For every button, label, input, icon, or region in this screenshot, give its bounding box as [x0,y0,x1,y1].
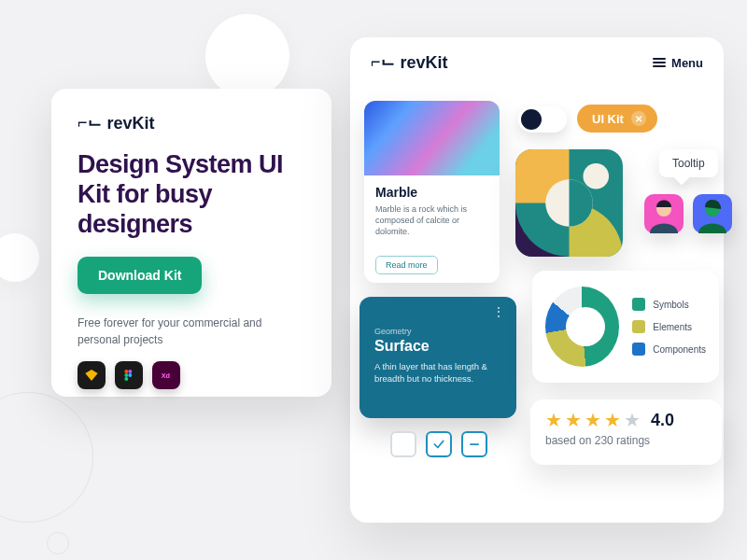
marble-title: Marble [375,185,488,200]
legend-item: Elements [632,320,706,333]
star-icon: ★ [545,409,562,431]
rating-stars: ★ ★ ★ ★ ★ 4.0 [545,409,707,431]
svg-point-4 [128,373,132,377]
legend-swatch [632,343,645,356]
sketch-icon [78,361,106,389]
marble-card: Marble Marble is a rock which is compose… [364,101,500,283]
more-icon[interactable]: ⋮ [492,304,507,319]
legend-label: Components [653,344,706,355]
star-icon: ★ [565,409,582,431]
hero-card: ⌐⌙ revKit Design System UI Kit for busy … [51,89,331,397]
checkbox-unchecked[interactable] [390,431,416,457]
checkbox-checked[interactable] [426,431,452,457]
panel-brand-logo: ⌐⌙ revKit [371,52,448,73]
close-icon[interactable]: ✕ [631,111,646,126]
tooltip-text: Tooltip [672,157,705,170]
rating-card: ★ ★ ★ ★ ★ 4.0 based on 230 ratings [530,399,722,465]
checkbox-indeterminate[interactable] [461,431,487,457]
hamburger-icon [653,58,666,67]
marble-desc: Marble is a rock which is composed of ca… [375,203,488,237]
hero-headline: Design System UI Kit for busy designers [78,150,305,240]
avatar [693,194,732,233]
figma-icon [115,361,143,389]
panel-brand-name: revKit [401,53,448,73]
svg-marker-0 [85,370,97,381]
adobe-xd-icon: Xd [152,361,180,389]
surface-title: Surface [374,338,501,355]
legend-label: Elements [653,322,692,332]
decor-ring [0,392,93,523]
decor-circle [0,233,39,282]
donut-chart [545,287,619,367]
star-icon: ★ [624,409,641,431]
star-icon: ★ [604,409,621,431]
tooltip: Tooltip [659,149,718,177]
svg-point-1 [124,370,128,373]
tool-icon-row: Xd [78,361,305,389]
menu-label: Menu [671,56,703,70]
menu-button[interactable]: Menu [653,56,703,70]
decor-circle [205,14,289,98]
toggle-knob [521,109,542,130]
toggle-switch[interactable] [518,106,567,133]
svg-point-2 [128,370,132,373]
marble-image [364,101,500,175]
legend-label: Symbols [653,300,688,310]
legend-swatch [632,298,645,311]
donut-legend: Symbols Elements Components [632,298,706,356]
star-icon: ★ [585,409,601,431]
checkbox-row [390,431,487,457]
rating-subtext: based on 230 ratings [545,434,707,447]
surface-eyebrow: Geometry [374,327,501,336]
avatar [644,194,684,233]
brand-mark-icon: ⌐⌙ [371,51,395,72]
pattern-tile [515,149,623,257]
svg-point-5 [124,377,128,381]
hero-subtext: Free forever for your commercial and per… [78,315,264,348]
surface-desc: A thin layer that has length & breadth b… [374,360,501,385]
decor-ring [47,532,69,554]
download-button[interactable]: Download Kit [78,257,202,294]
donut-card: Symbols Elements Components [532,271,719,383]
svg-text:Xd: Xd [162,371,170,380]
legend-swatch [632,320,645,333]
brand-logo: ⌐⌙ revKit [78,113,305,133]
brand-name: revKit [107,114,155,133]
uikit-chip[interactable]: UI Kit ✕ [577,105,657,133]
svg-point-3 [124,373,128,377]
rating-score: 4.0 [651,411,674,430]
surface-card: ⋮ Geometry Surface A thin layer that has… [359,297,516,418]
brand-mark-icon: ⌐⌙ [78,112,102,133]
read-more-button[interactable]: Read more [375,256,438,274]
svg-point-9 [583,163,609,189]
legend-item: Symbols [632,298,706,311]
chip-label: UI Kit [592,112,624,126]
legend-item: Components [632,343,706,356]
